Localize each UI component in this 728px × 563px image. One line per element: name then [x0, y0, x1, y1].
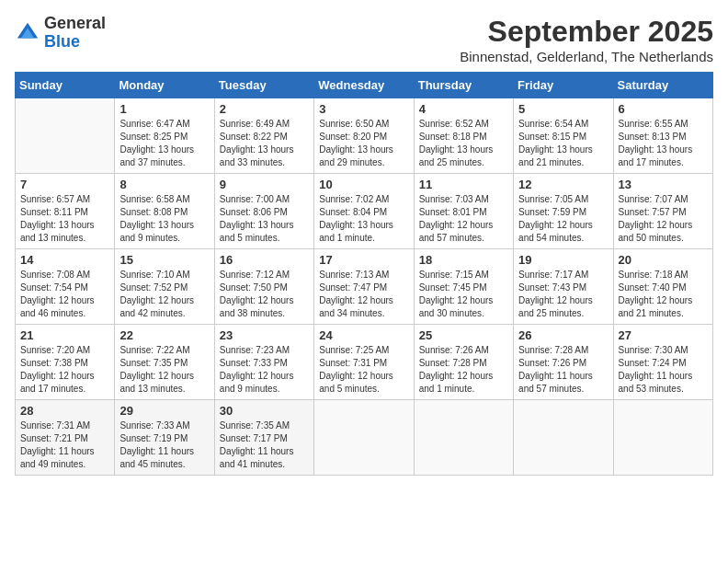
day-number: 29 — [119, 404, 209, 418]
day-info: Sunrise: 6:58 AMSunset: 8:08 PMDaylight:… — [119, 193, 209, 245]
calendar-cell: 5Sunrise: 6:54 AMSunset: 8:15 PMDaylight… — [514, 98, 613, 174]
day-number: 2 — [220, 102, 309, 116]
day-number: 3 — [319, 102, 408, 116]
calendar-cell: 19Sunrise: 7:17 AMSunset: 7:43 PMDayligh… — [514, 249, 613, 325]
day-number: 6 — [619, 102, 708, 116]
day-info: Sunrise: 7:10 AMSunset: 7:52 PMDaylight:… — [119, 269, 209, 320]
day-info: Sunrise: 6:55 AMSunset: 8:13 PMDaylight:… — [619, 118, 708, 169]
day-info: Sunrise: 7:15 AMSunset: 7:45 PMDaylight:… — [419, 269, 508, 320]
day-info: Sunrise: 7:07 AMSunset: 7:57 PMDaylight:… — [619, 193, 708, 245]
day-info: Sunrise: 7:20 AMSunset: 7:38 PMDaylight:… — [20, 344, 109, 396]
logo-icon — [15, 20, 40, 46]
weekday-header-thursday: Thursday — [414, 73, 513, 98]
calendar-cell: 12Sunrise: 7:05 AMSunset: 7:59 PMDayligh… — [514, 174, 613, 249]
day-info: Sunrise: 7:02 AMSunset: 8:04 PMDaylight:… — [319, 193, 408, 245]
day-number: 26 — [518, 328, 608, 342]
day-number: 22 — [119, 328, 209, 342]
calendar-cell: 11Sunrise: 7:03 AMSunset: 8:01 PMDayligh… — [414, 174, 513, 249]
day-info: Sunrise: 6:50 AMSunset: 8:20 PMDaylight:… — [319, 118, 408, 169]
day-info: Sunrise: 7:25 AMSunset: 7:31 PMDaylight:… — [319, 344, 408, 396]
day-number: 9 — [220, 178, 309, 191]
weekday-header-sunday: Sunday — [16, 73, 115, 98]
logo-text: General Blue — [44, 15, 106, 52]
calendar-cell: 27Sunrise: 7:30 AMSunset: 7:24 PMDayligh… — [613, 325, 712, 400]
day-info: Sunrise: 7:28 AMSunset: 7:26 PMDaylight:… — [518, 344, 608, 396]
day-number: 8 — [119, 178, 209, 191]
day-info: Sunrise: 6:49 AMSunset: 8:22 PMDaylight:… — [220, 118, 309, 169]
calendar-cell: 24Sunrise: 7:25 AMSunset: 7:31 PMDayligh… — [314, 325, 414, 400]
week-row-1: 1Sunrise: 6:47 AMSunset: 8:25 PMDaylight… — [16, 98, 713, 174]
weekday-header-wednesday: Wednesday — [314, 73, 414, 98]
day-number: 7 — [20, 178, 109, 191]
calendar-cell: 18Sunrise: 7:15 AMSunset: 7:45 PMDayligh… — [414, 249, 513, 325]
calendar-cell: 10Sunrise: 7:02 AMSunset: 8:04 PMDayligh… — [314, 174, 414, 249]
calendar-cell — [16, 98, 115, 174]
day-number: 11 — [419, 178, 508, 191]
day-number: 27 — [619, 328, 708, 342]
weekday-header-tuesday: Tuesday — [214, 73, 313, 98]
month-title: September 2025 — [460, 15, 713, 49]
day-info: Sunrise: 7:05 AMSunset: 7:59 PMDaylight:… — [518, 193, 608, 245]
calendar-cell: 22Sunrise: 7:22 AMSunset: 7:35 PMDayligh… — [115, 325, 214, 400]
day-number: 30 — [220, 404, 309, 418]
week-row-2: 7Sunrise: 6:57 AMSunset: 8:11 PMDaylight… — [16, 174, 713, 249]
page-header: General Blue September 2025 Binnenstad, … — [15, 15, 713, 64]
day-info: Sunrise: 6:57 AMSunset: 8:11 PMDaylight:… — [20, 193, 109, 245]
calendar-cell: 2Sunrise: 6:49 AMSunset: 8:22 PMDaylight… — [214, 98, 313, 174]
weekday-header-monday: Monday — [115, 73, 214, 98]
calendar-cell: 21Sunrise: 7:20 AMSunset: 7:38 PMDayligh… — [16, 325, 115, 400]
calendar-cell: 6Sunrise: 6:55 AMSunset: 8:13 PMDaylight… — [613, 98, 712, 174]
day-info: Sunrise: 7:08 AMSunset: 7:54 PMDaylight:… — [20, 269, 109, 320]
day-info: Sunrise: 7:00 AMSunset: 8:06 PMDaylight:… — [220, 193, 309, 245]
calendar-cell: 7Sunrise: 6:57 AMSunset: 8:11 PMDaylight… — [16, 174, 115, 249]
day-info: Sunrise: 7:13 AMSunset: 7:47 PMDaylight:… — [319, 269, 408, 320]
calendar-cell: 15Sunrise: 7:10 AMSunset: 7:52 PMDayligh… — [115, 249, 214, 325]
day-info: Sunrise: 7:18 AMSunset: 7:40 PMDaylight:… — [619, 269, 708, 320]
calendar-cell: 14Sunrise: 7:08 AMSunset: 7:54 PMDayligh… — [16, 249, 115, 325]
calendar-cell: 1Sunrise: 6:47 AMSunset: 8:25 PMDaylight… — [115, 98, 214, 174]
day-info: Sunrise: 6:47 AMSunset: 8:25 PMDaylight:… — [119, 118, 209, 169]
logo: General Blue — [15, 15, 106, 52]
day-info: Sunrise: 7:35 AMSunset: 7:17 PMDaylight:… — [220, 419, 309, 471]
week-row-4: 21Sunrise: 7:20 AMSunset: 7:38 PMDayligh… — [16, 325, 713, 400]
weekday-header-friday: Friday — [514, 73, 613, 98]
calendar-cell: 17Sunrise: 7:13 AMSunset: 7:47 PMDayligh… — [314, 249, 414, 325]
day-number: 28 — [20, 404, 109, 418]
calendar-cell: 8Sunrise: 6:58 AMSunset: 8:08 PMDaylight… — [115, 174, 214, 249]
day-number: 4 — [419, 102, 508, 116]
calendar-cell — [414, 400, 513, 476]
day-number: 21 — [20, 328, 109, 342]
logo-general: General — [44, 14, 106, 32]
week-row-3: 14Sunrise: 7:08 AMSunset: 7:54 PMDayligh… — [16, 249, 713, 325]
day-number: 15 — [119, 253, 209, 267]
day-number: 18 — [419, 253, 508, 267]
day-number: 17 — [319, 253, 408, 267]
calendar-cell: 3Sunrise: 6:50 AMSunset: 8:20 PMDaylight… — [314, 98, 414, 174]
calendar-cell — [613, 400, 712, 476]
location-subtitle: Binnenstad, Gelderland, The Netherlands — [460, 49, 713, 64]
calendar-cell — [514, 400, 613, 476]
day-number: 5 — [518, 102, 608, 116]
day-number: 12 — [518, 178, 608, 191]
week-row-5: 28Sunrise: 7:31 AMSunset: 7:21 PMDayligh… — [16, 400, 713, 476]
calendar-cell: 25Sunrise: 7:26 AMSunset: 7:28 PMDayligh… — [414, 325, 513, 400]
day-number: 14 — [20, 253, 109, 267]
day-number: 1 — [119, 102, 209, 116]
day-number: 16 — [220, 253, 309, 267]
day-info: Sunrise: 7:17 AMSunset: 7:43 PMDaylight:… — [518, 269, 608, 320]
day-number: 10 — [319, 178, 408, 191]
calendar-cell: 23Sunrise: 7:23 AMSunset: 7:33 PMDayligh… — [214, 325, 313, 400]
calendar-cell: 28Sunrise: 7:31 AMSunset: 7:21 PMDayligh… — [16, 400, 115, 476]
day-info: Sunrise: 7:31 AMSunset: 7:21 PMDaylight:… — [20, 419, 109, 471]
weekday-header-saturday: Saturday — [613, 73, 712, 98]
day-number: 13 — [619, 178, 708, 191]
day-info: Sunrise: 7:23 AMSunset: 7:33 PMDaylight:… — [220, 344, 309, 396]
calendar-cell: 29Sunrise: 7:33 AMSunset: 7:19 PMDayligh… — [115, 400, 214, 476]
day-number: 20 — [619, 253, 708, 267]
day-number: 23 — [220, 328, 309, 342]
day-info: Sunrise: 7:26 AMSunset: 7:28 PMDaylight:… — [419, 344, 508, 396]
calendar-cell: 30Sunrise: 7:35 AMSunset: 7:17 PMDayligh… — [214, 400, 313, 476]
day-number: 19 — [518, 253, 608, 267]
day-number: 24 — [319, 328, 408, 342]
calendar-cell: 4Sunrise: 6:52 AMSunset: 8:18 PMDaylight… — [414, 98, 513, 174]
